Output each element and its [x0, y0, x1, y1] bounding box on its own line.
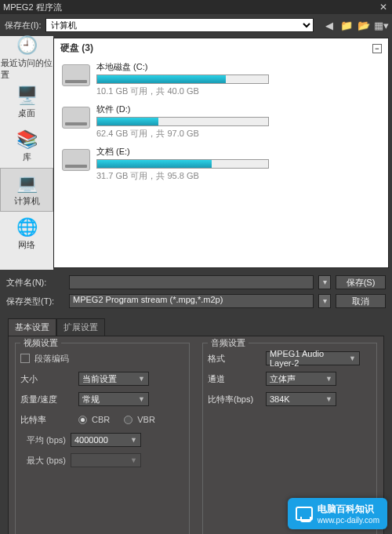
chevron-down-icon: ▼ — [130, 436, 137, 444]
chevron-down-icon: ▼ — [138, 375, 145, 383]
bitrate-label: 比特率 — [20, 414, 74, 426]
place-library[interactable]: 📚库 — [0, 124, 53, 168]
drive-icon — [62, 107, 90, 129]
filename-dropdown-icon[interactable]: ▾ — [318, 275, 331, 289]
quality-label: 质量/速度 — [20, 394, 74, 405]
close-icon[interactable]: ✕ — [378, 2, 389, 13]
drive-info: 62.4 GB 可用，共 97.0 GB — [96, 128, 285, 140]
new-folder-icon[interactable]: 📂 — [358, 19, 370, 31]
drive-item[interactable]: 软件 (D:) 62.4 GB 可用，共 97.0 GB — [54, 100, 388, 143]
place-label: 网络 — [18, 239, 35, 251]
size-label: 大小 — [20, 373, 74, 385]
max-bitrate-select: ▼ — [71, 453, 141, 467]
computer-icon: 💻 — [16, 173, 38, 194]
max-label: 最大 (bps) — [20, 455, 66, 467]
vbr-radio[interactable] — [124, 416, 132, 424]
drive-icon — [62, 149, 90, 171]
filetype-label: 保存类型(T): — [6, 296, 64, 307]
cbr-label: CBR — [92, 415, 110, 424]
vbr-label: VBR — [137, 415, 155, 424]
save-in-label: 保存在(I): — [5, 20, 41, 31]
view-icon[interactable]: ▦▾ — [375, 19, 387, 31]
size-select[interactable]: 当前设置▼ — [78, 372, 149, 386]
video-settings: 视频设置 段落编码 大小 当前设置▼ 质量/速度 常规▼ 比特率 CBR VBR — [15, 343, 190, 534]
back-icon[interactable]: ◀ — [323, 19, 336, 31]
watermark: 电脑百科知识 www.pc-daily.com — [288, 498, 387, 529]
tab-basic[interactable]: 基本设置 — [8, 318, 56, 336]
place-network[interactable]: 🌐网络 — [0, 212, 53, 256]
segment-label: 段落编码 — [34, 353, 69, 365]
drive-usage-bar — [96, 159, 269, 169]
desktop-icon: 🖥️ — [16, 85, 38, 106]
watermark-logo-icon — [296, 507, 313, 521]
avg-label: 平均 (bps) — [20, 434, 66, 446]
drive-info: 10.1 GB 可用，共 40.0 GB — [96, 85, 285, 97]
cbr-radio[interactable] — [78, 416, 87, 424]
recent-icon: 🕘 — [16, 35, 38, 56]
library-icon: 📚 — [16, 129, 38, 150]
drive-icon — [62, 64, 90, 86]
filename-label: 文件名(N): — [6, 277, 64, 289]
chevron-down-icon: ▼ — [349, 354, 356, 362]
drive-name: 本地磁盘 (C:) — [96, 61, 285, 73]
up-icon[interactable]: 📁 — [340, 19, 353, 31]
filename-input[interactable] — [69, 275, 314, 289]
watermark-title: 电脑百科知识 — [318, 503, 379, 516]
filetype-select[interactable]: MPEG2 Program stream (*.mpg,*.m2p) — [69, 294, 314, 308]
drive-item[interactable]: 文档 (E:) 31.7 GB 可用，共 95.8 GB — [54, 143, 388, 185]
audio-bitrate-select[interactable]: 384K▼ — [266, 392, 336, 406]
collapse-icon[interactable]: − — [372, 44, 382, 53]
format-label: 格式 — [208, 353, 261, 365]
audio-bitrate-label: 比特率(bps) — [208, 394, 261, 405]
drive-info: 31.7 GB 可用，共 95.8 GB — [96, 170, 285, 182]
channel-select[interactable]: 立体声▼ — [266, 372, 336, 386]
file-browser: 硬盘 (3) − 本地磁盘 (C:) 10.1 GB 可用，共 40.0 GB … — [53, 38, 389, 268]
save-in-select[interactable]: 计算机 — [45, 18, 314, 32]
save-button[interactable]: 保存(S) — [336, 275, 386, 289]
segment-checkbox[interactable] — [20, 354, 30, 363]
place-label: 桌面 — [18, 107, 35, 119]
chevron-down-icon: ▼ — [130, 456, 137, 464]
place-label: 最近访问的位置 — [1, 57, 53, 81]
cancel-button[interactable]: 取消 — [336, 294, 386, 308]
filetype-dropdown-icon[interactable]: ▾ — [318, 294, 331, 308]
window-title: MPEG2 程序流 — [3, 2, 62, 13]
audio-legend: 音频设置 — [208, 337, 249, 349]
channel-label: 通道 — [208, 373, 261, 385]
network-icon: 🌐 — [16, 217, 38, 238]
place-desktop[interactable]: 🖥️桌面 — [0, 80, 53, 124]
drive-name: 文档 (E:) — [96, 146, 285, 158]
chevron-down-icon: ▼ — [138, 395, 145, 403]
place-computer[interactable]: 💻计算机 — [0, 168, 53, 212]
drive-usage-bar — [96, 117, 269, 126]
watermark-url: www.pc-daily.com — [318, 516, 379, 525]
video-legend: 视频设置 — [20, 337, 61, 349]
drive-item[interactable]: 本地磁盘 (C:) 10.1 GB 可用，共 40.0 GB — [54, 58, 388, 100]
place-label: 库 — [23, 151, 31, 163]
chevron-down-icon: ▼ — [325, 375, 332, 383]
avg-bitrate-select[interactable]: 4000000▼ — [71, 433, 141, 447]
drive-usage-bar — [96, 74, 269, 84]
drive-name: 软件 (D:) — [96, 104, 285, 115]
browser-header: 硬盘 (3) — [60, 42, 93, 55]
place-recent[interactable]: 🕘最近访问的位置 — [0, 36, 53, 80]
places-bar: 🕘最近访问的位置 🖥️桌面 📚库 💻计算机 🌐网络 — [0, 36, 53, 270]
format-select[interactable]: MPEG1 Audio Layer-2▼ — [266, 351, 360, 365]
tab-extended[interactable]: 扩展设置 — [56, 318, 105, 336]
place-label: 计算机 — [14, 195, 40, 207]
chevron-down-icon: ▼ — [325, 395, 332, 403]
quality-select[interactable]: 常规▼ — [78, 392, 149, 406]
